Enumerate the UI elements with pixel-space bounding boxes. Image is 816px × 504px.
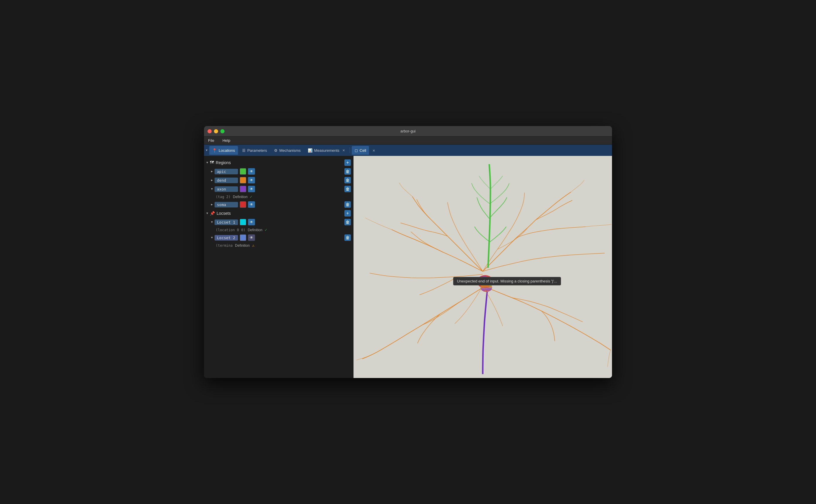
dend-color-swatch[interactable] xyxy=(240,177,246,183)
dend-label[interactable]: dend xyxy=(215,178,238,183)
error-tooltip: Unexpected end of input. Missing a closi… xyxy=(453,277,561,285)
title-bar: arbor-gui xyxy=(204,126,612,137)
dend-visibility-button[interactable]: 👁 xyxy=(248,177,255,183)
soma-label[interactable]: soma xyxy=(215,202,238,207)
close-button[interactable] xyxy=(208,129,212,133)
cell-tab-icon: ◻ xyxy=(355,148,358,153)
region-apic-row: apic 👁 🗑 xyxy=(204,167,353,176)
axon-def-check-icon: ✓ xyxy=(250,194,252,199)
locsets-section-header[interactable]: 📌 Locsets + xyxy=(204,209,353,218)
locations-tab-icon: 📍 xyxy=(212,148,217,153)
tab-mechanisms-label: Mechanisms xyxy=(279,148,301,153)
window-controls xyxy=(208,129,225,133)
locset1-def-label: Definition xyxy=(248,228,262,232)
maximize-button[interactable] xyxy=(220,129,225,133)
measurements-tab-icon: 📊 xyxy=(308,148,312,153)
mechanisms-tab-icon: ⚙ xyxy=(274,148,278,153)
apic-expand-icon[interactable] xyxy=(211,170,213,173)
locset2-color-swatch[interactable] xyxy=(240,234,246,241)
locset2-delete-button[interactable]: 🗑 xyxy=(344,234,351,241)
soma-visibility-button[interactable]: 👁 xyxy=(248,201,255,208)
right-panel: Unexpected end of input. Missing a closi… xyxy=(353,156,612,378)
minimize-button[interactable] xyxy=(214,129,218,133)
tab-measurements-close[interactable]: ✕ xyxy=(342,149,345,152)
axon-visibility-button[interactable]: 👁 xyxy=(248,186,255,192)
axon-def-text[interactable]: (tag 2) xyxy=(216,195,231,199)
axon-def-label: Definition xyxy=(233,195,248,199)
apic-label[interactable]: apic xyxy=(215,169,238,174)
regions-icon: 🗺 xyxy=(210,160,214,165)
tab-parameters-label: Parameters xyxy=(247,148,267,153)
tab-measurements[interactable]: 📊 Measurements ✕ xyxy=(305,146,348,155)
cell-canvas[interactable] xyxy=(353,156,612,378)
locsets-icon: 📌 xyxy=(210,211,215,216)
locsets-add-button[interactable]: + xyxy=(344,210,351,217)
dend-expand-icon[interactable] xyxy=(211,178,213,182)
region-soma-row: soma 👁 🗑 xyxy=(204,200,353,209)
apic-visibility-button[interactable]: 👁 xyxy=(248,168,255,175)
tab-measurements-label: Measurements xyxy=(314,148,339,153)
locsets-expand-icon[interactable] xyxy=(206,212,208,215)
left-panel: 🗺 Regions + apic 👁 🗑 dend 👁 🗑 xyxy=(204,156,353,378)
locsets-label: Locsets xyxy=(217,211,231,216)
dend-delete-button[interactable]: 🗑 xyxy=(344,177,351,183)
axon-delete-button[interactable]: 🗑 xyxy=(344,186,351,192)
parameters-tab-icon: ☰ xyxy=(242,148,246,153)
regions-label: Regions xyxy=(216,160,231,165)
locset1-visibility-button[interactable]: 👁 xyxy=(248,219,255,225)
menu-file[interactable]: File xyxy=(206,138,216,143)
main-window: arbor-gui File Help ▼ 📍 Locations ☰ Para… xyxy=(204,126,612,378)
locset2-def-label: Definition xyxy=(235,244,250,248)
region-dend-row: dend 👁 🗑 xyxy=(204,176,353,185)
locset1-def-check-icon: ✓ xyxy=(265,227,267,232)
soma-color-swatch[interactable] xyxy=(240,201,246,208)
tab-divider xyxy=(350,147,350,153)
tab-mechanisms[interactable]: ⚙ Mechanisms xyxy=(271,146,304,155)
main-content: 🗺 Regions + apic 👁 🗑 dend 👁 🗑 xyxy=(204,156,612,378)
locset1-delete-button[interactable]: 🗑 xyxy=(344,219,351,225)
locset2-def-text[interactable]: (termina xyxy=(216,244,233,248)
window-title: arbor-gui xyxy=(400,129,416,133)
tab-cell-close[interactable]: ✕ xyxy=(373,148,375,153)
apic-delete-button[interactable]: 🗑 xyxy=(344,168,351,175)
apic-color-swatch[interactable] xyxy=(240,168,246,175)
tab-cell[interactable]: ◻ Cell xyxy=(352,146,369,155)
locset2-visibility-button[interactable]: 👁 xyxy=(248,234,255,241)
menu-help[interactable]: Help xyxy=(221,138,232,143)
tab-parameters[interactable]: ☰ Parameters xyxy=(239,146,270,155)
axon-expand-icon[interactable] xyxy=(211,188,213,191)
locset1-expand-icon[interactable] xyxy=(211,221,213,224)
tooltip-text: Unexpected end of input. Missing a closi… xyxy=(457,279,557,283)
locset2-def-warn-icon: ⚠ xyxy=(252,243,254,248)
regions-expand-icon[interactable] xyxy=(206,161,208,164)
locset1-definition-row: (location 0 0) Definition ✓ xyxy=(204,227,353,233)
tab-cell-label: Cell xyxy=(360,148,366,153)
locset2-definition-row: (termina Definition ⚠ xyxy=(204,242,353,249)
soma-delete-button[interactable]: 🗑 xyxy=(344,201,351,208)
locset2-label[interactable]: Locset 2 xyxy=(215,235,238,241)
locset2-row: Locset 2 👁 🗑 xyxy=(204,233,353,242)
neuron-visualization xyxy=(353,156,612,378)
menu-bar: File Help xyxy=(204,137,612,145)
axon-color-swatch[interactable] xyxy=(240,186,246,192)
tab-locations[interactable]: 📍 Locations xyxy=(209,146,238,155)
regions-add-button[interactable]: + xyxy=(344,159,351,166)
soma-expand-icon[interactable] xyxy=(211,203,213,206)
regions-section-header[interactable]: 🗺 Regions + xyxy=(204,158,353,167)
tab-arrow-icon[interactable]: ▼ xyxy=(206,149,208,152)
axon-label[interactable]: axon xyxy=(215,186,238,192)
locset1-label[interactable]: Locset 1 xyxy=(215,219,238,225)
tab-bar: ▼ 📍 Locations ☰ Parameters ⚙ Mechanisms … xyxy=(204,145,612,156)
locset1-def-text[interactable]: (location 0 0) xyxy=(216,228,245,232)
locset2-expand-icon[interactable] xyxy=(211,236,213,239)
locset1-row: Locset 1 👁 🗑 xyxy=(204,218,353,227)
tab-locations-label: Locations xyxy=(219,148,235,153)
locset1-color-swatch[interactable] xyxy=(240,219,246,225)
axon-definition-row: (tag 2) Definition ✓ xyxy=(204,193,353,200)
region-axon-row: axon 👁 🗑 xyxy=(204,185,353,193)
